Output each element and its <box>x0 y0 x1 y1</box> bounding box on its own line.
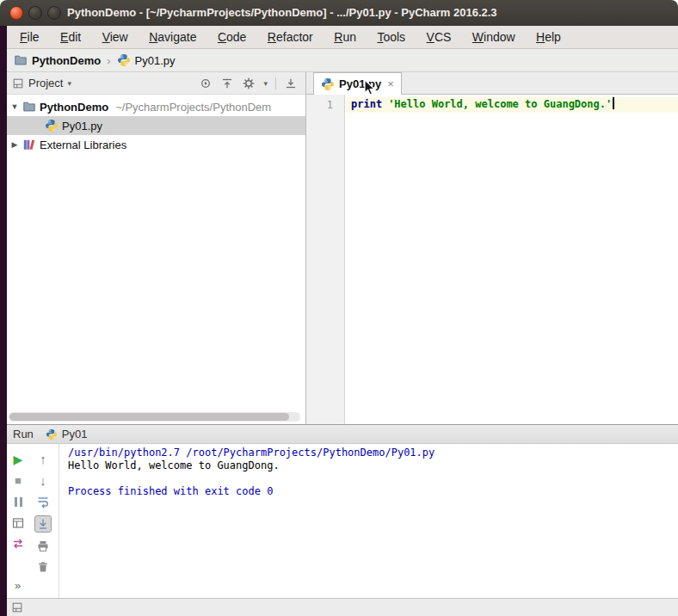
python-file-icon <box>45 119 59 132</box>
locate-icon[interactable] <box>199 77 213 90</box>
window-titlebar[interactable]: PythonDemo - [~/PycharmProjects/PythonDe… <box>0 0 678 26</box>
library-icon <box>22 138 36 151</box>
menu-refactor[interactable]: Refactor <box>259 26 322 48</box>
tree-root-path: ~/PycharmProjects/PythonDem <box>115 101 271 114</box>
print-button[interactable] <box>36 539 50 553</box>
collapse-all-icon[interactable] <box>220 77 234 90</box>
stop-button[interactable]: ■ <box>11 473 26 488</box>
status-bar <box>7 598 678 616</box>
project-tool-window: Project ▾ ▾ ▼ PythonDemo ~/PycharmProjec… <box>7 72 305 424</box>
line-number: 1 <box>306 99 344 111</box>
menu-view[interactable]: View <box>94 26 137 48</box>
scrollbar-thumb[interactable] <box>9 413 289 421</box>
console-line: /usr/bin/python2.7 /root/PycharmProjects… <box>68 447 678 459</box>
menu-file[interactable]: File <box>11 26 48 48</box>
run-tool-window: Run Py01 ▶ ■ » ↑ ↓ <box>7 424 678 598</box>
console-line: Process finished with exit code 0 <box>68 485 678 498</box>
toolwindow-toggle-icon[interactable] <box>11 601 23 613</box>
breadcrumb-project[interactable]: PythonDemo <box>32 54 101 67</box>
window-title: PythonDemo - [~/PycharmProjects/PythonDe… <box>67 0 497 26</box>
run-panel-header: Run Py01 <box>7 424 678 444</box>
tree-row-file-py01[interactable]: Py01.py <box>7 116 305 135</box>
menu-bar: File Edit View Navigate Code Refactor Ru… <box>7 26 678 49</box>
string-token: 'Hello World, welcome to GuangDong.' <box>388 98 612 110</box>
menu-tools[interactable]: Tools <box>368 26 414 48</box>
window-maximize-button[interactable] <box>47 6 61 20</box>
run-panel-title: Run <box>13 428 34 440</box>
code-editor[interactable]: 1 print'Hello World, welcome to GuangDon… <box>306 95 678 424</box>
up-stack-button[interactable]: ↑ <box>36 452 51 466</box>
navigation-bar: PythonDemo › Py01.py <box>7 49 678 72</box>
python-file-icon <box>117 53 131 67</box>
text-caret <box>613 97 614 109</box>
console-line <box>68 472 678 485</box>
tree-root-label: PythonDemo <box>40 101 108 114</box>
close-icon[interactable]: × <box>387 77 394 90</box>
menu-window[interactable]: Window <box>464 26 524 48</box>
caret-collapsed-icon[interactable]: ▶ <box>10 140 19 149</box>
horizontal-scrollbar[interactable] <box>9 412 300 422</box>
run-toolbar: ▶ ■ » <box>7 444 29 598</box>
clear-all-button[interactable] <box>36 560 50 574</box>
run-panel-body: ▶ ■ » ↑ ↓ /usr/bin/python2.7 /root/Pycha… <box>7 444 678 598</box>
caret-expanded-icon[interactable]: ▼ <box>10 102 19 111</box>
project-tree: ▼ PythonDemo ~/PycharmProjects/PythonDem… <box>7 95 305 154</box>
project-pane-header: Project ▾ ▾ <box>7 72 305 95</box>
scroll-to-end-toggle[interactable] <box>34 515 52 533</box>
divider <box>275 77 276 89</box>
soft-wrap-toggle[interactable] <box>36 495 50 508</box>
editor-gutter: 1 <box>306 95 345 424</box>
menu-help[interactable]: Help <box>527 26 570 48</box>
pycharm-window: PythonDemo - [~/PycharmProjects/PythonDe… <box>0 0 678 616</box>
chevron-down-icon[interactable]: ▾ <box>263 79 268 88</box>
editor-area: Py01.py × 1 print'Hello World, welcome t… <box>305 72 678 424</box>
tree-external-label: External Libraries <box>40 139 126 151</box>
tree-row-project-root[interactable]: ▼ PythonDemo ~/PycharmProjects/PythonDem <box>7 97 305 116</box>
window-close-button[interactable] <box>9 6 23 20</box>
breadcrumb-file[interactable]: Py01.py <box>135 54 176 67</box>
scroll-to-end-icon <box>36 517 50 531</box>
python-file-icon <box>321 77 335 91</box>
project-pane-title[interactable]: Project <box>28 77 63 89</box>
down-stack-button[interactable]: ↓ <box>36 473 51 488</box>
console-toolbar: ↑ ↓ <box>29 444 57 598</box>
menu-vcs[interactable]: VCS <box>418 26 460 48</box>
run-tab-py01[interactable]: Py01 <box>46 428 88 440</box>
menu-navigate[interactable]: Navigate <box>140 26 205 48</box>
gear-icon[interactable] <box>242 77 256 90</box>
folder-icon <box>14 53 28 67</box>
tree-row-external-libraries[interactable]: ▶ External Libraries <box>7 135 305 154</box>
editor-tab-bar: Py01.py × <box>306 72 678 95</box>
hide-panel-icon[interactable] <box>284 77 298 90</box>
tab-py01[interactable]: Py01.py × <box>313 72 402 95</box>
menu-run[interactable]: Run <box>325 26 365 48</box>
folder-icon <box>22 100 36 114</box>
window-minimize-button[interactable] <box>28 6 42 20</box>
keyword-token: print <box>351 98 382 110</box>
rerun-button[interactable]: ▶ <box>11 452 26 466</box>
mouse-cursor <box>364 79 375 95</box>
python-file-icon <box>46 428 58 440</box>
python-console-button[interactable] <box>11 537 25 551</box>
pause-output-button[interactable] <box>11 495 26 509</box>
code-area[interactable]: print'Hello World, welcome to GuangDong.… <box>346 95 678 424</box>
menu-code[interactable]: Code <box>209 26 255 48</box>
tree-file-label: Py01.py <box>62 120 102 132</box>
desktop-edge-strip <box>0 26 7 616</box>
console-output[interactable]: /usr/bin/python2.7 /root/PycharmProjects… <box>59 444 678 598</box>
breadcrumb-chevron-icon: › <box>105 54 112 67</box>
run-tab-label: Py01 <box>62 428 88 440</box>
project-pane-toolbar: ▾ <box>199 77 298 90</box>
more-actions-chevron[interactable]: » <box>11 578 26 593</box>
restore-layout-button[interactable] <box>11 516 25 530</box>
console-line: Hello World, welcome to GuangDong. <box>68 459 678 472</box>
project-pane-icon <box>12 77 24 89</box>
code-line-1: print'Hello World, welcome to GuangDong.… <box>346 97 678 113</box>
chevron-down-icon[interactable]: ▾ <box>67 79 71 88</box>
menu-edit[interactable]: Edit <box>52 26 89 48</box>
